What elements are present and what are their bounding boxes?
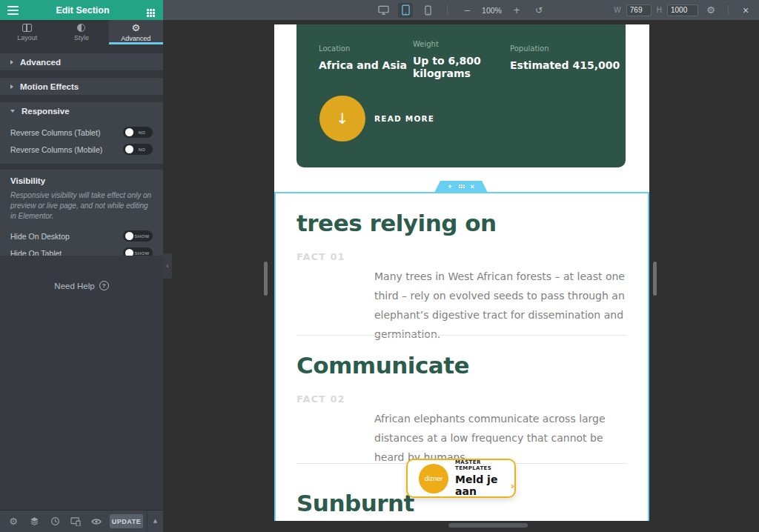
canvas-resize-handle-right[interactable] bbox=[653, 262, 657, 296]
tab-layout-label: Layout bbox=[17, 34, 37, 41]
visibility-heading: Visibility bbox=[10, 176, 153, 185]
height-label: H bbox=[657, 6, 662, 14]
elementor-editor: Edit Section Layout Style ⚙ Advanced Adv… bbox=[0, 0, 759, 532]
section-advanced-label: Advanced bbox=[20, 58, 61, 67]
promo-eyebrow: MASTER TEMPLATES bbox=[455, 459, 514, 471]
chevron-down-icon bbox=[10, 110, 15, 113]
read-more-link[interactable]: READ MORE bbox=[374, 114, 434, 123]
preview-topbar: − 100% + ↺ W H ⚙ × bbox=[163, 0, 759, 20]
widgets-grid-icon[interactable] bbox=[147, 9, 149, 11]
navigator-layers-icon[interactable] bbox=[24, 516, 44, 526]
hide-on-desktop-row: Hide On Desktop SHOW bbox=[10, 227, 153, 245]
chevron-right-icon: › bbox=[511, 480, 514, 491]
section-motion-effects-label: Motion Effects bbox=[20, 82, 79, 91]
stat-label: Weight bbox=[413, 40, 496, 48]
toggle-knob bbox=[125, 128, 133, 136]
topbar-divider bbox=[447, 5, 448, 16]
preview-settings-gear-icon[interactable]: ⚙ bbox=[703, 3, 718, 18]
tab-advanced[interactable]: ⚙ Advanced bbox=[109, 20, 163, 44]
gear-icon: ⚙ bbox=[131, 23, 140, 33]
toggle-state-label: NO bbox=[133, 130, 150, 135]
responsive-mode-icon[interactable] bbox=[65, 517, 86, 526]
fact-title: Sunburnt bbox=[296, 490, 414, 516]
preview-eye-icon[interactable] bbox=[86, 518, 107, 525]
reverse-columns-mobile-label: Reverse Columns (Mobile) bbox=[10, 145, 102, 154]
device-and-zoom-controls: − 100% + ↺ bbox=[376, 3, 546, 18]
fact-tag: FACT 02 bbox=[296, 393, 345, 405]
toggle-state-label: SHOW bbox=[133, 234, 150, 239]
section-responsive[interactable]: Responsive bbox=[0, 102, 163, 119]
chevron-left-icon: ‹ bbox=[167, 262, 169, 270]
mobile-device-button[interactable] bbox=[420, 3, 435, 18]
hide-on-desktop-toggle[interactable]: SHOW bbox=[123, 230, 153, 242]
zoom-out-button[interactable]: − bbox=[460, 3, 474, 18]
delete-section-icon[interactable]: × bbox=[471, 184, 474, 190]
stat-weight: Weight Up to 6,800 kilograms bbox=[413, 40, 496, 80]
section-responsive-label: Responsive bbox=[21, 107, 70, 116]
stat-population: Population Estimated 415,000 bbox=[510, 44, 620, 72]
section-advanced[interactable]: Advanced bbox=[0, 53, 163, 70]
stat-value: Up to 6,800 kilograms bbox=[413, 55, 496, 80]
panel-title: Edit Section bbox=[19, 5, 147, 16]
panel-tabs: Layout Style ⚙ Advanced bbox=[0, 20, 163, 44]
panel-accordion: Advanced Motion Effects Responsive Rever… bbox=[0, 53, 163, 286]
reverse-columns-tablet-label: Reverse Columns (Tablet) bbox=[10, 128, 100, 137]
arrow-down-icon: ↓ bbox=[337, 111, 349, 126]
width-input[interactable] bbox=[626, 4, 652, 16]
divider bbox=[296, 335, 627, 336]
tab-advanced-label: Advanced bbox=[121, 35, 150, 42]
need-help-link[interactable]: Need Help ? bbox=[0, 281, 163, 290]
zoom-in-button[interactable]: + bbox=[509, 3, 524, 18]
tab-style-label: Style bbox=[74, 34, 89, 41]
reverse-columns-mobile-toggle[interactable]: NO bbox=[123, 144, 153, 155]
style-icon bbox=[77, 24, 85, 32]
height-input[interactable] bbox=[667, 4, 698, 16]
settings-gear-icon[interactable]: ⚙ bbox=[3, 516, 24, 526]
drag-section-icon[interactable] bbox=[459, 184, 460, 186]
responsive-controls: Reverse Columns (Tablet) NO Reverse Colu… bbox=[0, 119, 163, 164]
canvas-size-controls: W H ⚙ × bbox=[614, 0, 753, 20]
fact-title: Communicate bbox=[296, 352, 469, 379]
horizontal-scrollbar[interactable] bbox=[448, 523, 528, 528]
master-templates-badge[interactable]: dizner MASTER TEMPLATES Meld je aan › bbox=[406, 459, 516, 498]
promo-cta-label: Meld je aan bbox=[455, 473, 503, 497]
close-preview-icon[interactable]: × bbox=[738, 3, 753, 18]
promo-cta[interactable]: Meld je aan › bbox=[455, 473, 514, 497]
layout-icon bbox=[22, 24, 32, 32]
update-options-caret[interactable]: ▲ bbox=[147, 511, 163, 532]
add-section-icon[interactable]: + bbox=[448, 184, 451, 190]
topbar-divider bbox=[728, 5, 729, 16]
reverse-columns-tablet-toggle[interactable]: NO bbox=[123, 127, 153, 138]
stat-value: Estimated 415,000 bbox=[510, 59, 620, 72]
canvas-resize-handle-left[interactable] bbox=[264, 262, 268, 296]
toggle-state-label: NO bbox=[133, 147, 150, 152]
chevron-right-icon bbox=[10, 60, 13, 64]
elementor-panel: Edit Section Layout Style ⚙ Advanced Adv… bbox=[0, 0, 163, 532]
need-help-label: Need Help bbox=[54, 282, 94, 290]
desktop-device-button[interactable] bbox=[376, 3, 391, 18]
history-clock-icon[interactable] bbox=[44, 516, 65, 526]
reverse-columns-tablet-row: Reverse Columns (Tablet) NO bbox=[10, 124, 153, 141]
tab-layout[interactable]: Layout bbox=[0, 20, 54, 44]
tab-style[interactable]: Style bbox=[54, 20, 108, 44]
tablet-device-button[interactable] bbox=[398, 3, 413, 18]
fact-title: trees relying on bbox=[296, 210, 497, 236]
reverse-columns-mobile-row: Reverse Columns (Mobile) NO bbox=[10, 141, 153, 158]
panel-lower-area: Need Help ? bbox=[0, 256, 163, 510]
menu-icon[interactable] bbox=[7, 6, 19, 15]
chevron-right-icon bbox=[10, 84, 13, 89]
reset-zoom-icon[interactable]: ↺ bbox=[531, 3, 546, 18]
scroll-down-button[interactable]: ↓ bbox=[319, 96, 365, 142]
section-handle[interactable]: + × bbox=[434, 181, 488, 193]
dizner-logo: dizner bbox=[419, 464, 448, 493]
question-icon: ? bbox=[99, 281, 109, 290]
update-button[interactable]: UPDATE bbox=[110, 514, 143, 528]
fact-tag: FACT 01 bbox=[296, 251, 345, 262]
section-motion-effects[interactable]: Motion Effects bbox=[0, 78, 163, 95]
panel-collapse-handle[interactable]: ‹ bbox=[163, 253, 172, 279]
stat-location: Location Africa and Asia bbox=[319, 44, 407, 72]
width-label: W bbox=[614, 6, 620, 14]
fact-text: Many trees in West African forests – at … bbox=[374, 267, 630, 344]
toggle-knob bbox=[125, 145, 133, 153]
visibility-description: Responsive visibility will take effect o… bbox=[10, 190, 153, 222]
